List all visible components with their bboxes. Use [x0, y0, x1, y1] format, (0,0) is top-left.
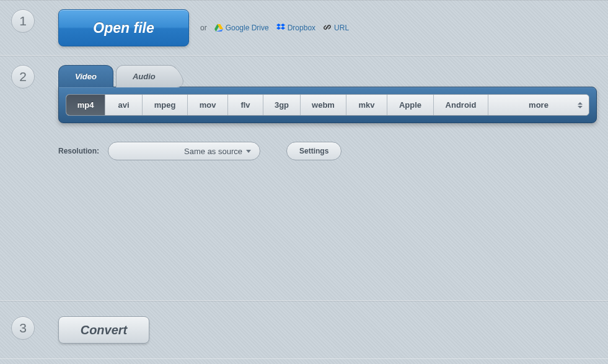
source-alternatives: or Google Drive Dropbox URL	[200, 9, 349, 46]
format-android[interactable]: Android	[434, 95, 488, 115]
format-3gp[interactable]: 3gp	[263, 95, 301, 115]
format-mpeg[interactable]: mpeg	[143, 95, 188, 115]
format-tabs: Video Audio	[58, 65, 597, 87]
dropbox-label: Dropbox	[288, 24, 315, 32]
open-file-button[interactable]: Open file	[58, 9, 189, 46]
format-bar: mp4 avi mpeg mov flv 3gp webm mkv Apple …	[58, 87, 597, 123]
convert-button[interactable]: Convert	[58, 316, 149, 344]
format-webm[interactable]: webm	[301, 95, 346, 115]
svg-marker-6	[281, 27, 285, 30]
format-more-label: more	[529, 100, 549, 110]
tab-video[interactable]: Video	[58, 65, 113, 87]
dropbox-link[interactable]: Dropbox	[276, 24, 315, 33]
svg-marker-5	[276, 27, 281, 30]
resolution-dropdown[interactable]: Same as source	[108, 142, 260, 160]
url-link[interactable]: URL	[323, 24, 349, 33]
svg-marker-4	[281, 24, 285, 27]
or-label: or	[200, 24, 207, 32]
format-mov[interactable]: mov	[188, 95, 228, 115]
format-apple[interactable]: Apple	[387, 95, 434, 115]
step-badge-2: 2	[11, 65, 35, 89]
google-drive-label: Google Drive	[226, 24, 269, 32]
google-drive-link[interactable]: Google Drive	[214, 24, 269, 32]
resolution-value: Same as source	[184, 147, 242, 156]
settings-button[interactable]: Settings	[286, 142, 341, 160]
format-mkv[interactable]: mkv	[346, 95, 387, 115]
format-flv[interactable]: flv	[228, 95, 263, 115]
step-badge-1: 1	[11, 9, 35, 33]
resolution-label: Resolution:	[58, 147, 99, 155]
format-more[interactable]: more	[488, 95, 589, 115]
google-drive-icon	[214, 24, 223, 32]
step-badge-3: 3	[11, 316, 35, 340]
updown-icon	[578, 102, 583, 108]
format-avi[interactable]: avi	[105, 95, 143, 115]
tab-audio[interactable]: Audio	[116, 65, 177, 87]
link-icon	[323, 24, 332, 33]
url-label: URL	[334, 24, 349, 32]
chevron-down-icon	[246, 150, 251, 153]
svg-marker-3	[276, 24, 281, 27]
format-mp4[interactable]: mp4	[66, 95, 105, 115]
dropbox-icon	[276, 24, 285, 33]
format-selector: mp4 avi mpeg mov flv 3gp webm mkv Apple …	[66, 94, 589, 116]
